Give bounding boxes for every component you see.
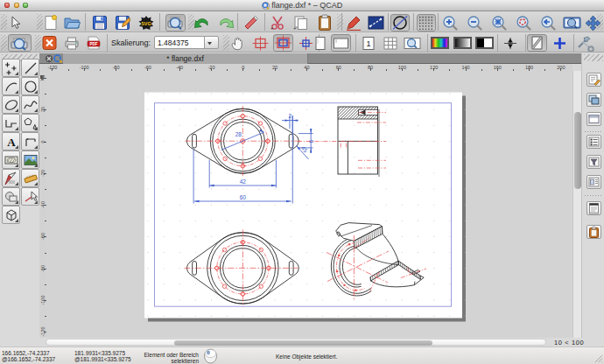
svg-text:SVG: SVG — [141, 21, 151, 26]
svg-text:PDF: PDF — [89, 42, 97, 46]
svg-text:60: 60 — [240, 194, 247, 200]
svg-text:A: A — [7, 136, 16, 149]
svg-text:1: 1 — [366, 39, 370, 48]
svg-text:28: 28 — [235, 131, 242, 137]
svg-text:42: 42 — [240, 178, 247, 185]
svg-text:2: 2 — [288, 113, 291, 119]
svg-text:+: + — [293, 25, 297, 31]
svg-text:+: + — [270, 25, 274, 31]
